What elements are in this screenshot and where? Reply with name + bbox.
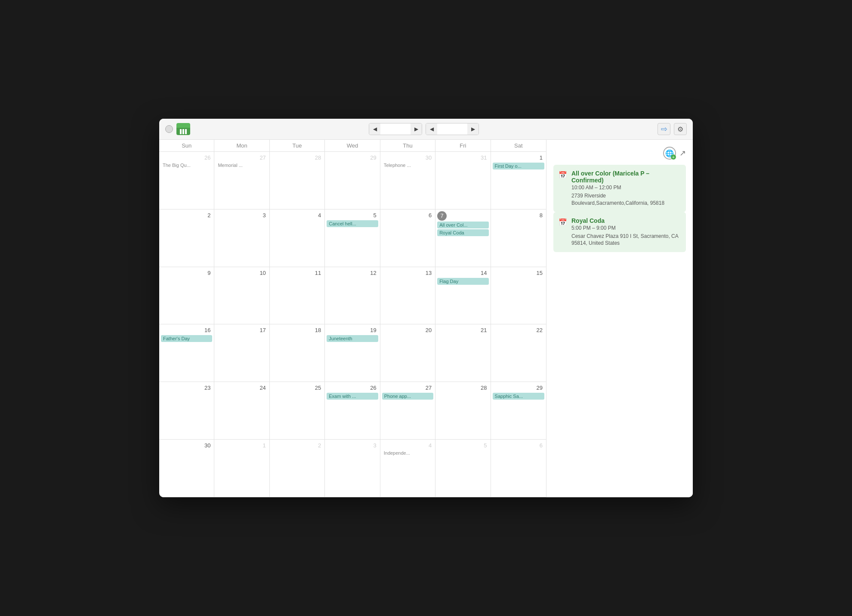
day-number: 5	[327, 211, 378, 219]
cal-cell[interactable]: 8	[491, 209, 546, 267]
detail-header-icons: 🌐 + ↗	[663, 147, 686, 160]
close-button[interactable]	[165, 125, 173, 133]
event-chip[interactable]: Father's Day	[161, 335, 212, 342]
cal-cell[interactable]: 24	[214, 382, 269, 440]
day-header-thu: Thu	[380, 140, 435, 151]
cal-cell[interactable]: 21	[435, 324, 491, 382]
cal-cell[interactable]: 28	[435, 382, 491, 440]
event-chip[interactable]: First Day o...	[493, 163, 544, 169]
next-month-button[interactable]: ▶	[411, 123, 422, 135]
cal-cell[interactable]: 26The Big Qu...	[159, 152, 214, 209]
cal-cell[interactable]: 3	[214, 209, 269, 267]
event-chip[interactable]: Flag Day	[437, 278, 488, 285]
event-chip[interactable]: Telephone ...	[382, 163, 433, 168]
cal-cell[interactable]: 31	[435, 152, 491, 209]
cal-cell[interactable]: 5	[435, 440, 491, 497]
event-address: 2739 Riverside Boulevard,Sacramento,Cali…	[571, 192, 681, 207]
cal-cell[interactable]: 13	[380, 267, 435, 325]
main-content: SunMonTueWedThuFriSat 26The Big Qu...27M…	[159, 140, 693, 497]
day-number: 3	[327, 441, 378, 450]
day-number: 5	[437, 441, 488, 450]
day-number: 13	[382, 269, 433, 277]
day-number: 30	[382, 154, 433, 162]
cal-cell[interactable]: 29	[325, 152, 380, 209]
prev-month-button[interactable]: ◀	[369, 123, 380, 135]
cal-cell[interactable]: 1First Day o...	[491, 152, 546, 209]
day-number: 18	[272, 326, 323, 334]
day-number: 7	[437, 211, 447, 221]
cal-cell[interactable]: 10	[214, 267, 269, 325]
next-year-button[interactable]: ▶	[467, 123, 478, 135]
day-number: 20	[382, 326, 433, 334]
day-header-fri: Fri	[435, 140, 491, 151]
cal-cell[interactable]: 29Sapphic Sa...	[491, 382, 546, 440]
cal-cell[interactable]: 30	[159, 440, 214, 497]
cal-cell[interactable]: 2	[159, 209, 214, 267]
day-number: 16	[161, 326, 212, 334]
day-header-sat: Sat	[491, 140, 546, 151]
cal-cell[interactable]: 14Flag Day	[435, 267, 491, 325]
cal-cell[interactable]: 5Cancel hell...	[325, 209, 380, 267]
event-chip[interactable]: Exam with ...	[327, 393, 378, 400]
cal-cell[interactable]: 19Juneteenth	[325, 324, 380, 382]
cal-cell[interactable]: 18	[270, 324, 325, 382]
detail-event-card[interactable]: 📅Royal Coda5:00 PM – 9:00 PMCesar Chavez…	[553, 212, 686, 253]
settings-button[interactable]: ⚙	[674, 123, 687, 135]
event-chip[interactable]: Phone app...	[382, 393, 433, 400]
day-number: 1	[216, 441, 267, 450]
cal-cell[interactable]: 6	[380, 209, 435, 267]
cal-cell[interactable]: 2	[270, 440, 325, 497]
day-number: 1	[493, 154, 544, 162]
cal-cell[interactable]: 27Phone app...	[380, 382, 435, 440]
cal-cell[interactable]: 9	[159, 267, 214, 325]
event-chip[interactable]: Royal Coda	[437, 229, 488, 236]
cal-cell[interactable]: 16Father's Day	[159, 324, 214, 382]
day-number: 6	[493, 441, 544, 450]
month-nav: ◀ ▶	[369, 123, 422, 135]
cal-cell[interactable]: 15	[491, 267, 546, 325]
calendar-icon[interactable]	[176, 123, 190, 135]
detail-event-card[interactable]: 📅All over Color (Maricela P – Confirmed)…	[553, 165, 686, 212]
cal-cell[interactable]: 20	[380, 324, 435, 382]
event-chip[interactable]: Memorial ...	[216, 163, 267, 168]
event-chip[interactable]: Juneteenth	[327, 335, 378, 342]
cal-cell[interactable]: 4Independe...	[380, 440, 435, 497]
cal-cell[interactable]: 17	[214, 324, 269, 382]
year-label	[437, 123, 467, 135]
day-header-wed: Wed	[325, 140, 380, 151]
cal-cell[interactable]: 25	[270, 382, 325, 440]
cal-cell[interactable]: 23	[159, 382, 214, 440]
expand-icon[interactable]: ↗	[679, 148, 686, 158]
cal-cell[interactable]: 12	[325, 267, 380, 325]
cal-cell[interactable]: 7All over Col...Royal Coda	[435, 209, 491, 267]
cal-cell[interactable]: 22	[491, 324, 546, 382]
cal-cell[interactable]: 11	[270, 267, 325, 325]
cal-cell[interactable]: 1	[214, 440, 269, 497]
cal-cell[interactable]: 28	[270, 152, 325, 209]
globe-icon[interactable]: 🌐 +	[663, 147, 676, 160]
cal-cell[interactable]: 27Memorial ...	[214, 152, 269, 209]
year-nav: ◀ ▶	[426, 123, 479, 135]
event-chip[interactable]: Cancel hell...	[327, 220, 378, 227]
event-chip[interactable]: The Big Qu...	[161, 163, 212, 168]
cal-cell[interactable]: 6	[491, 440, 546, 497]
day-number: 10	[216, 269, 267, 277]
cal-cell[interactable]: 3	[325, 440, 380, 497]
cal-cell[interactable]: 30Telephone ...	[380, 152, 435, 209]
day-header-sun: Sun	[159, 140, 214, 151]
event-time: 5:00 PM – 9:00 PM	[571, 225, 681, 231]
cal-cell[interactable]: 4	[270, 209, 325, 267]
detail-events: 📅All over Color (Maricela P – Confirmed)…	[553, 165, 686, 252]
event-chip[interactable]: Independe...	[382, 450, 433, 456]
day-number: 27	[382, 384, 433, 392]
cal-cell[interactable]: 26Exam with ...	[325, 382, 380, 440]
day-number: 29	[493, 384, 544, 392]
event-chip[interactable]: Sapphic Sa...	[493, 393, 544, 400]
event-title: All over Color (Maricela P – Confirmed)	[571, 170, 681, 184]
event-chip[interactable]: All over Col...	[437, 222, 488, 228]
prev-year-button[interactable]: ◀	[426, 123, 437, 135]
day-number: 31	[437, 154, 488, 162]
day-number: 22	[493, 326, 544, 334]
calendar-grid: 26The Big Qu...27Memorial ...282930Telep…	[159, 152, 546, 497]
import-button[interactable]: ⇨	[658, 123, 670, 135]
